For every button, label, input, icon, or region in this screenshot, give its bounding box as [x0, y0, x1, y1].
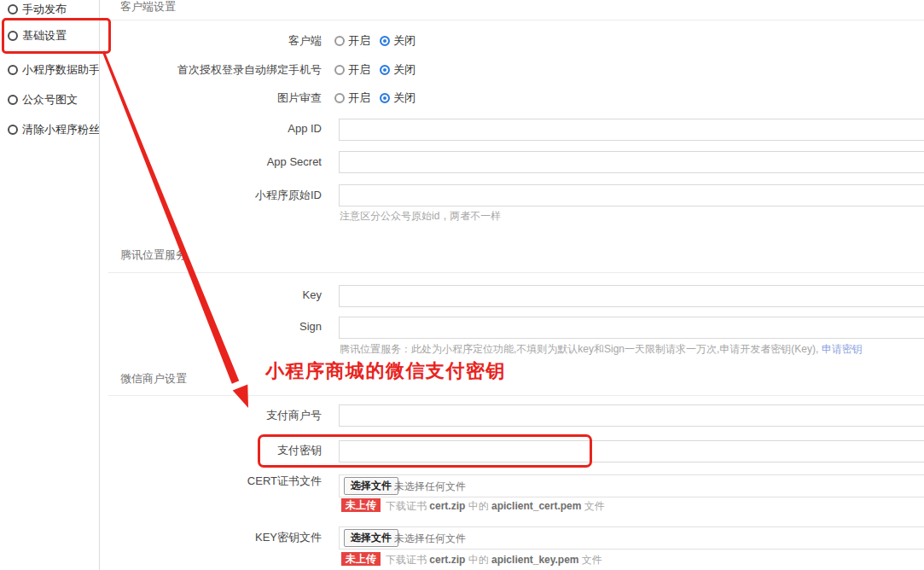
- not-uploaded-badge: 未上传: [341, 498, 381, 512]
- radio-unselected-icon: [334, 36, 345, 46]
- hint-filename: cert.zip: [429, 554, 465, 566]
- hint-text: 中的: [465, 500, 491, 512]
- hint-text: 文件: [581, 500, 604, 512]
- red-annotation-text: 小程序商城的微信支付密钥: [265, 360, 506, 382]
- sidebar-item-label: 小程序数据助手: [22, 63, 100, 77]
- radio-option-open[interactable]: 开启: [334, 63, 370, 77]
- circle-bullet-icon: [8, 31, 18, 41]
- field-label-appid: App ID: [111, 122, 322, 136]
- hint-filename: apiclient_key.pem: [491, 554, 579, 566]
- hint-text: 下载证书: [386, 554, 429, 566]
- no-file-chosen-text: 未选择任何文件: [394, 480, 466, 492]
- field-label-key: Key: [111, 288, 322, 302]
- field-label-auto-bind-phone: 首次授权登录自动绑定手机号: [111, 63, 322, 77]
- cert-file-input[interactable]: 选择文件 未选择任何文件: [339, 474, 924, 497]
- field-label-key-file: KEY密钥文件: [111, 531, 322, 544]
- radio-unselected-icon: [334, 65, 345, 75]
- field-label-cert-file: CERT证书文件: [111, 474, 322, 488]
- circle-bullet-icon: [8, 4, 18, 15]
- hint-text: 中的: [465, 554, 491, 566]
- key-file-hint: 下载证书 cert.zip 中的 apiclient_key.pem 文件: [386, 554, 602, 566]
- section-title-client-settings: 客户端设置: [120, 1, 176, 13]
- choose-file-button[interactable]: 选择文件: [344, 529, 398, 547]
- appid-input[interactable]: [339, 119, 924, 141]
- sidebar-item-label: 公众号图文: [22, 93, 78, 107]
- radio-selected-icon: [380, 65, 390, 75]
- original-id-hint: 注意区分公众号原始id，两者不一样: [340, 210, 501, 222]
- location-service-hint: 腾讯位置服务：此处为小程序定位功能,不填则为默认key和Sign一天限制请求一万…: [340, 343, 863, 355]
- radio-option-open[interactable]: 开启: [334, 34, 370, 48]
- sidebar-item-basic-settings[interactable]: 基础设置: [0, 29, 99, 43]
- hint-text: 文件: [579, 554, 602, 566]
- pay-key-input[interactable]: [339, 440, 924, 462]
- sidebar-item-label: 手动发布: [22, 3, 67, 16]
- section-divider: [108, 20, 924, 20]
- field-label-client: 客户端: [111, 34, 322, 48]
- radio-selected-icon: [380, 93, 390, 103]
- radio-option-open[interactable]: 开启: [334, 91, 370, 105]
- radio-group-client: 开启 关闭: [334, 34, 425, 48]
- sidebar-item-label: 基础设置: [22, 29, 67, 43]
- circle-bullet-icon: [8, 125, 18, 135]
- section-divider: [108, 395, 924, 396]
- field-label-original-id: 小程序原始ID: [111, 189, 322, 202]
- section-title-tencent-location: 腾讯位置服务: [120, 249, 187, 261]
- field-label-sign: Sign: [111, 320, 322, 334]
- radio-group-auto-bind-phone: 开启 关闭: [334, 63, 425, 77]
- location-key-input[interactable]: [339, 285, 924, 307]
- sidebar-item-miniprogram-data-helper[interactable]: 小程序数据助手: [0, 63, 99, 77]
- apply-key-link[interactable]: 申请密钥: [822, 343, 863, 355]
- radio-option-closed[interactable]: 关闭: [380, 34, 416, 48]
- choose-file-button[interactable]: 选择文件: [344, 477, 398, 495]
- hint-text: 下载证书: [386, 500, 429, 512]
- sidebar-item-label: 清除小程序粉丝: [22, 123, 100, 137]
- section-title-wechat-merchant: 微信商户设置: [120, 373, 187, 385]
- pay-merchant-id-input[interactable]: [339, 404, 924, 427]
- cert-file-hint: 下载证书 cert.zip 中的 apiclient_cert.pem 文件: [386, 500, 605, 512]
- appsecret-input[interactable]: [339, 151, 924, 173]
- circle-bullet-icon: [8, 95, 18, 105]
- radio-option-closed[interactable]: 关闭: [380, 91, 416, 105]
- radio-unselected-icon: [334, 93, 345, 103]
- section-divider: [108, 272, 924, 273]
- location-sign-input[interactable]: [339, 317, 924, 339]
- key-file-input[interactable]: 选择文件 未选择任何文件: [339, 526, 924, 550]
- original-id-input[interactable]: [339, 184, 924, 206]
- hint-filename: apiclient_cert.pem: [491, 500, 581, 512]
- no-file-chosen-text: 未选择任何文件: [394, 532, 466, 544]
- radio-selected-icon: [380, 36, 390, 46]
- field-label-pay-merchant-id: 支付商户号: [111, 409, 322, 422]
- radio-option-closed[interactable]: 关闭: [380, 63, 416, 77]
- field-label-pay-key: 支付密钥: [111, 444, 322, 457]
- hint-filename: cert.zip: [429, 500, 465, 512]
- sidebar-item-official-account-articles[interactable]: 公众号图文: [0, 93, 99, 107]
- not-uploaded-badge: 未上传: [341, 552, 381, 566]
- sidebar-item-clear-miniprogram-fans[interactable]: 清除小程序粉丝: [0, 123, 99, 137]
- location-hint-text: 腾讯位置服务：此处为小程序定位功能,不填则为默认key和Sign一天限制请求一万…: [340, 343, 822, 355]
- sidebar-item-manual-publish[interactable]: 手动发布: [0, 3, 99, 16]
- field-label-image-review: 图片审查: [111, 91, 322, 105]
- sidebar-divider: [99, 0, 100, 570]
- circle-bullet-icon: [8, 65, 18, 75]
- sidebar: 手动发布 基础设置 小程序数据助手 公众号图文 清除小程序粉丝: [0, 0, 99, 570]
- radio-group-image-review: 开启 关闭: [334, 91, 425, 105]
- field-label-appsecret: App Secret: [111, 155, 322, 169]
